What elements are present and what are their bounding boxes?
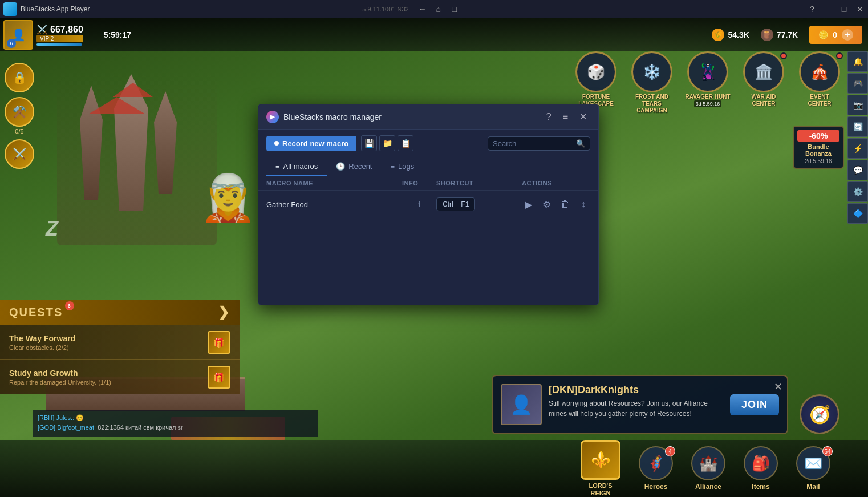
sidebar-icon-4[interactable]: 🔄 bbox=[847, 116, 868, 137]
combat-icon-button[interactable]: ⚒️ bbox=[5, 97, 34, 127]
frost-tears-label: Frost and TearsCampaign bbox=[626, 94, 678, 114]
ravager-timer: 3d 5:59:16 bbox=[694, 100, 722, 107]
heroes-button[interactable]: 4 🦸 Heroes bbox=[630, 446, 682, 491]
toolbar-icons: 💾 📁 📋 bbox=[361, 135, 413, 151]
chat-line-2: [GOD] Bigfoot_meat: 822:1364 китай свм к… bbox=[38, 423, 314, 433]
col-macro-name: MACRO NAME bbox=[266, 180, 402, 187]
quest-2-desc: Repair the damaged University. (1/1) bbox=[9, 379, 111, 386]
screenshot-button[interactable]: □ bbox=[447, 3, 463, 15]
sidebar-icon-3[interactable]: 📷 bbox=[847, 95, 868, 115]
mail-button[interactable]: 54 ✉️ Mail bbox=[787, 446, 839, 491]
record-new-macro-button[interactable]: Record new macro bbox=[266, 136, 356, 151]
sidebar-icon-8[interactable]: 🔷 bbox=[847, 203, 868, 224]
chat-panel: [RBH] Jules.: 😊 [GOD] Bigfoot_meat: 822:… bbox=[33, 410, 318, 437]
wood-resource: 🪵 77.7K bbox=[761, 29, 798, 41]
macro-menu-button[interactable]: ≡ bbox=[559, 110, 571, 123]
heroes-label: Heroes bbox=[644, 483, 668, 491]
gold-button[interactable]: 🪙 0 + bbox=[809, 26, 862, 44]
sidebar-icon-6[interactable]: 💬 bbox=[847, 160, 868, 180]
tab-all-label: All macros bbox=[283, 162, 318, 171]
back-button[interactable]: ← bbox=[415, 3, 431, 15]
macro-close-button[interactable]: ✕ bbox=[576, 110, 590, 123]
import-macro-button[interactable]: 📋 bbox=[398, 135, 413, 151]
ravager-hunt-button[interactable]: 🦹 Ravager Hunt 3d 5:59:16 bbox=[682, 51, 733, 114]
chat-name-1: [RBH] Jules.: bbox=[38, 414, 74, 421]
combat-stat: 0/5 bbox=[15, 128, 23, 135]
open-macro-button[interactable]: 📁 bbox=[379, 135, 395, 151]
macro-titlebar: ▶ BlueStacks macro manager ? ≡ ✕ bbox=[258, 104, 598, 130]
grain-resource: 🌾 54.3K bbox=[712, 29, 749, 41]
compass[interactable]: 🧭 bbox=[800, 394, 839, 434]
wood-value: 77.7K bbox=[777, 30, 798, 39]
quest-item-1[interactable]: The Way Forward Clear obstacles. (2/2) 🎁 bbox=[0, 325, 240, 359]
delete-macro-button[interactable]: 🗑 bbox=[558, 197, 572, 211]
search-icon: 🔍 bbox=[576, 139, 585, 148]
resource-bar: 🌾 54.3K 🪵 77.7K 🪙 0 + bbox=[712, 26, 862, 44]
tab-all-icon: ≡ bbox=[275, 162, 280, 171]
macro-help-button[interactable]: ? bbox=[543, 110, 555, 123]
help-button[interactable]: ? bbox=[804, 3, 820, 15]
quest-item-2[interactable]: Study and Growth Repair the damaged Univ… bbox=[0, 359, 240, 394]
grain-icon: 🌾 bbox=[712, 29, 724, 41]
alliance-avatar: 👤 bbox=[501, 384, 542, 425]
home-button[interactable]: ⌂ bbox=[431, 3, 447, 15]
add-gold-icon: + bbox=[842, 29, 853, 41]
sidebar-icon-5[interactable]: ⚡ bbox=[847, 138, 868, 159]
lords-reign-button[interactable]: ⚜️ LORD'SREIGN bbox=[571, 440, 630, 497]
tab-recent-label: Recent bbox=[348, 162, 372, 171]
frost-tears-button[interactable]: ❄️ Frost and TearsCampaign bbox=[626, 51, 678, 114]
sword-icon-button[interactable]: ⚔️ bbox=[5, 139, 34, 169]
event-center-label: EventCenter bbox=[808, 94, 831, 107]
tab-logs-label: Logs bbox=[398, 162, 414, 171]
quests-panel: QUESTS 6 ❯ The Way Forward Clear obstacl… bbox=[0, 300, 240, 394]
quests-header[interactable]: QUESTS 6 ❯ bbox=[0, 300, 240, 325]
macro-info-icon[interactable]: ℹ bbox=[402, 200, 436, 209]
mail-badge: 54 bbox=[822, 446, 833, 456]
reorder-macro-button[interactable]: ↕ bbox=[577, 197, 590, 211]
close-button[interactable]: ✕ bbox=[852, 3, 868, 15]
war-aid-red-dot bbox=[780, 52, 787, 59]
macro-shortcut: Ctrl + F1 bbox=[436, 197, 522, 211]
join-button[interactable]: JOIN bbox=[730, 394, 779, 415]
heroes-badge: 4 bbox=[665, 446, 675, 456]
maximize-button[interactable]: □ bbox=[836, 3, 852, 15]
items-button[interactable]: 🎒 Items bbox=[735, 446, 787, 491]
macro-tabs: ≡ All macros 🕒 Recent ≡ Logs bbox=[258, 157, 598, 176]
tab-recent[interactable]: 🕒 Recent bbox=[327, 157, 381, 176]
warrior-character: 🧝 bbox=[200, 171, 257, 225]
left-sidebar: 🔒 ⚒️ 0/5 ⚔️ bbox=[5, 63, 34, 169]
minimize-button[interactable]: — bbox=[820, 3, 836, 15]
tab-logs[interactable]: ≡ Logs bbox=[381, 157, 423, 176]
macro-search-input[interactable] bbox=[493, 139, 573, 148]
alliance-button[interactable]: 🏰 Alliance bbox=[682, 446, 735, 491]
sidebar-icon-7[interactable]: ⚙️ bbox=[847, 181, 868, 202]
vip-badge: VIP 2 bbox=[36, 35, 83, 42]
macro-dialog-controls: ? ≡ ✕ bbox=[543, 110, 590, 123]
col-info: INFO bbox=[402, 180, 436, 187]
macro-dialog: ▶ BlueStacks macro manager ? ≡ ✕ Record … bbox=[258, 104, 599, 305]
sidebar-icon-1[interactable]: 🔔 bbox=[847, 51, 868, 72]
bundle-timer: 2d 5:59:16 bbox=[797, 158, 839, 164]
play-macro-button[interactable]: ▶ bbox=[522, 197, 536, 211]
macro-table-header: MACRO NAME INFO SHORTCUT ACTIONS bbox=[258, 176, 598, 191]
war-aid-center-button[interactable]: 🏛️ War AidCenter bbox=[738, 51, 789, 114]
alliance-notify-close[interactable]: ✕ bbox=[774, 381, 782, 393]
lords-reign-label: LORD'SREIGN bbox=[589, 482, 612, 497]
quests-title: QUESTS 6 bbox=[9, 306, 63, 319]
sleep-indicator: Z bbox=[46, 217, 58, 241]
lock-icon-button[interactable]: 🔒 bbox=[5, 63, 34, 92]
combat-group: ⚒️ 0/5 bbox=[5, 97, 34, 135]
player-power: ⚔️ 667,860 bbox=[36, 24, 83, 35]
tab-all-macros[interactable]: ≡ All macros bbox=[266, 157, 327, 176]
level-badge: 6 bbox=[7, 39, 16, 48]
settings-macro-button[interactable]: ⚙ bbox=[540, 197, 554, 211]
event-center-button[interactable]: 🎪 EventCenter bbox=[794, 51, 845, 114]
sidebar-icon-2[interactable]: 🎮 bbox=[847, 73, 868, 94]
items-label: Items bbox=[752, 483, 769, 491]
bundle-banner[interactable]: -60% BundleBonanza 2d 5:59:16 bbox=[793, 126, 844, 169]
save-macro-button[interactable]: 💾 bbox=[361, 135, 377, 151]
power-value: 667,860 bbox=[50, 25, 83, 35]
top-hud: 👤 ⚔️ 667,860 VIP 2 6 5:59:17 🌾 54.3K 🪵 7… bbox=[0, 18, 868, 51]
quests-arrow: ❯ bbox=[218, 304, 230, 320]
chat-text-2: 822:1364 китай свм кричал sr bbox=[98, 424, 183, 431]
